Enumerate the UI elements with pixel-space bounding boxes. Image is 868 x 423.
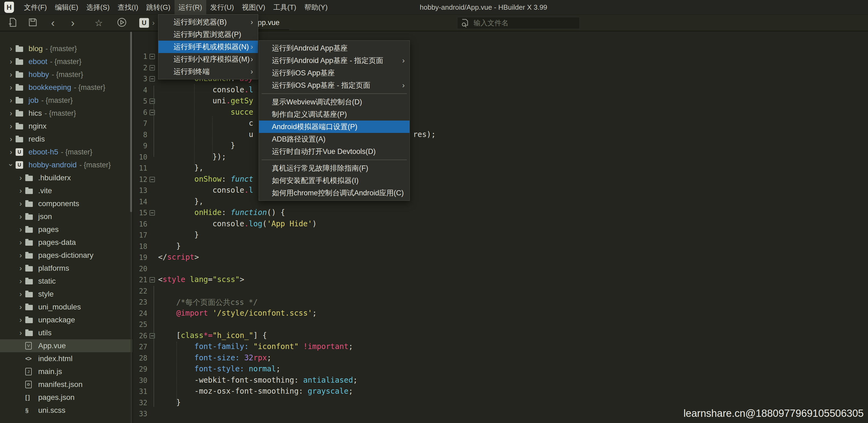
menubar-item[interactable]: 文件(F) bbox=[20, 0, 51, 15]
code-line-21[interactable]: 21<style lang="scss"> bbox=[0, 275, 868, 286]
code-line-27[interactable]: 27font-family: "iconfont" !important; bbox=[0, 341, 868, 353]
code-line-31[interactable]: 31-moz-osx-font-smoothing: grayscale; bbox=[0, 386, 868, 397]
fold-toggle-icon[interactable] bbox=[150, 65, 155, 70]
menubar-item[interactable]: 帮助(Y) bbox=[300, 0, 332, 15]
code-line-4[interactable]: 4console.l bbox=[0, 85, 868, 96]
code-line-16[interactable]: 16console.log('App Hide') bbox=[0, 219, 868, 230]
code-token: onHide bbox=[194, 208, 222, 217]
code-line-7[interactable]: 7c bbox=[0, 118, 868, 130]
code-line-29[interactable]: 29font-style: normal; bbox=[0, 364, 868, 375]
menubar-item[interactable]: 跳转(G) bbox=[142, 0, 175, 15]
code-token: . bbox=[244, 186, 249, 195]
code-text: -webkit-font-smoothing: antialiased; bbox=[194, 376, 358, 385]
menubar-item[interactable]: 编辑(E) bbox=[51, 0, 82, 15]
code-token: console bbox=[212, 219, 244, 228]
run-play-icon[interactable] bbox=[117, 17, 127, 29]
run-menu-item[interactable]: 运行到手机或模拟器(N)› bbox=[158, 40, 258, 53]
code-line-12[interactable]: 12onShow: funct bbox=[0, 174, 868, 186]
code-line-9[interactable]: 9} bbox=[0, 140, 868, 152]
device-menu-item[interactable]: Android模拟器端口设置(P) bbox=[259, 120, 409, 133]
code-line-22[interactable]: 22 bbox=[0, 286, 868, 297]
run-menu-item[interactable]: 运行到小程序模拟器(M)› bbox=[158, 53, 258, 65]
code-token: function bbox=[231, 208, 267, 217]
submenu-arrow-icon: › bbox=[402, 79, 405, 91]
code-token: ; bbox=[312, 309, 317, 317]
code-line-20[interactable]: 20 bbox=[0, 263, 868, 275]
forward-icon[interactable]: › bbox=[71, 18, 74, 28]
menubar-item[interactable]: 查找(I) bbox=[114, 0, 143, 15]
code-line-5[interactable]: 5uni.getSy bbox=[0, 96, 868, 107]
code-token: getSy bbox=[231, 96, 253, 105]
fold-toggle-icon[interactable] bbox=[150, 98, 155, 104]
code-line-24[interactable]: 24@import '/style/iconfont.scss'; bbox=[0, 308, 868, 319]
device-menu-item[interactable]: 运行到iOS App基座 bbox=[259, 67, 409, 79]
menubar-item[interactable]: 发行(U) bbox=[206, 0, 238, 15]
code-token: } bbox=[231, 141, 235, 150]
fold-toggle-icon[interactable] bbox=[150, 177, 155, 182]
menubar-item[interactable]: 视图(V) bbox=[238, 0, 270, 15]
code-line-6[interactable]: 6succe bbox=[0, 107, 868, 118]
run-dropdown-chevron-icon[interactable]: › bbox=[152, 19, 155, 27]
uniapp-base-button[interactable]: U bbox=[139, 18, 149, 28]
code-line-17[interactable]: 17} bbox=[0, 230, 868, 241]
code-line-30[interactable]: 30-webkit-font-smoothing: antialiased; bbox=[0, 375, 868, 387]
code-text: } bbox=[194, 230, 199, 239]
code-line-15[interactable]: 15onHide: function() { bbox=[0, 207, 868, 219]
fold-toggle-icon[interactable] bbox=[150, 277, 155, 283]
device-menu-item[interactable]: 制作自定义调试基座(P) bbox=[259, 108, 409, 120]
code-line-8[interactable]: 8ures); bbox=[0, 130, 868, 141]
save-icon[interactable] bbox=[28, 18, 38, 28]
device-menu-item[interactable]: ADB路径设置(A) bbox=[259, 133, 409, 145]
code-line-26[interactable]: 26[class*="h_icon_"] { bbox=[0, 331, 868, 342]
submenu-arrow-icon: › bbox=[402, 54, 405, 67]
menubar-item[interactable]: 选择(S) bbox=[82, 0, 114, 15]
device-menu-item[interactable]: 显示Webview调试控制台(D) bbox=[259, 96, 409, 108]
run-menu-item[interactable]: 运行到终端› bbox=[158, 65, 258, 78]
run-menu-item[interactable]: 运行到内置浏览器(P) bbox=[158, 28, 258, 40]
code-line-1[interactable]: 1 bbox=[0, 51, 868, 62]
back-icon[interactable]: ‹ bbox=[51, 18, 55, 28]
fold-toggle-icon[interactable] bbox=[150, 210, 155, 216]
line-number: 31 bbox=[134, 388, 147, 396]
run-menu-item[interactable]: 运行到浏览器(B)› bbox=[158, 16, 258, 28]
device-menu-item[interactable]: 如何安装配置手机模拟器(I) bbox=[259, 174, 409, 187]
code-line-28[interactable]: 28font-size: 32rpx; bbox=[0, 353, 868, 364]
fold-toggle-icon[interactable] bbox=[150, 333, 155, 339]
code-line-14[interactable]: 14}, bbox=[0, 196, 868, 208]
code-line-18[interactable]: 18} bbox=[0, 241, 868, 252]
code-token: uni bbox=[212, 96, 226, 105]
device-menu-item[interactable]: 如何用chrome控制台调试Android应用(C) bbox=[259, 187, 409, 199]
device-menu-item[interactable]: 运行到Android App基座 - 指定页面› bbox=[259, 54, 409, 67]
code-line-25[interactable]: 25 bbox=[0, 319, 868, 331]
device-menu-item[interactable]: 运行到iOS App基座 - 指定页面› bbox=[259, 79, 409, 91]
code-token: -webkit-font-smoothing bbox=[194, 376, 294, 385]
code-line-13[interactable]: 13console.l bbox=[0, 185, 868, 196]
code-line-32[interactable]: 32} bbox=[0, 397, 868, 409]
new-file-icon[interactable] bbox=[7, 17, 18, 29]
code-text: font-size: 32rpx; bbox=[194, 353, 272, 362]
code-token: } bbox=[176, 242, 181, 251]
favorite-star-icon[interactable]: ☆ bbox=[95, 18, 103, 28]
code-line-19[interactable]: 19</script> bbox=[0, 252, 868, 263]
file-search-box[interactable] bbox=[457, 17, 580, 29]
file-search-input[interactable] bbox=[473, 19, 570, 27]
code-token: normal bbox=[249, 364, 276, 373]
code-editor[interactable]: 123onLaunch: asy4console.l5uni.getSy6suc… bbox=[133, 32, 868, 423]
code-line-23[interactable]: 23/*每个页面公共css */ bbox=[0, 297, 868, 308]
code-text: console.l bbox=[212, 85, 253, 94]
fold-toggle-icon[interactable] bbox=[150, 54, 155, 59]
fold-toggle-icon[interactable] bbox=[150, 110, 155, 115]
code-line-2[interactable]: 2 bbox=[0, 62, 868, 74]
menubar-item[interactable]: 运行(R) bbox=[175, 0, 206, 15]
fold-guide bbox=[154, 86, 154, 157]
device-menu-item[interactable]: 真机运行常见故障排除指南(F) bbox=[259, 162, 409, 174]
device-menu-item[interactable]: 运行到Android App基座 bbox=[259, 42, 409, 54]
fold-toggle-icon[interactable] bbox=[150, 76, 155, 82]
code-line-10[interactable]: 10}); bbox=[0, 152, 868, 163]
code-line-3[interactable]: 3onLaunch: asy bbox=[0, 74, 868, 85]
watermark-text: learnshare.cn@1880977969105506305 bbox=[684, 408, 864, 419]
line-number: 14 bbox=[134, 198, 147, 206]
code-line-11[interactable]: 11}, bbox=[0, 163, 868, 174]
device-menu-item[interactable]: 运行时自动打开Vue Devtools(D) bbox=[259, 145, 409, 158]
menubar-item[interactable]: 工具(T) bbox=[270, 0, 300, 15]
